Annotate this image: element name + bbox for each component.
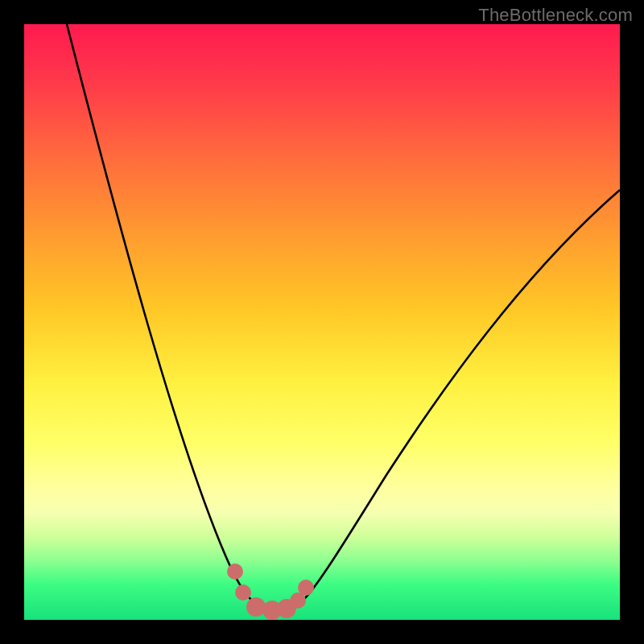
bottleneck-curve-svg: [24, 24, 620, 620]
marker-dot: [298, 580, 314, 596]
plot-area: [24, 24, 620, 620]
chart-frame: TheBottleneck.com: [0, 0, 644, 644]
bottleneck-curve-path: [67, 24, 620, 610]
marker-dot: [246, 597, 266, 617]
marker-dot: [227, 564, 243, 580]
marker-dot: [235, 584, 251, 601]
watermark-text: TheBottleneck.com: [478, 5, 633, 26]
minimum-markers: [227, 564, 314, 620]
